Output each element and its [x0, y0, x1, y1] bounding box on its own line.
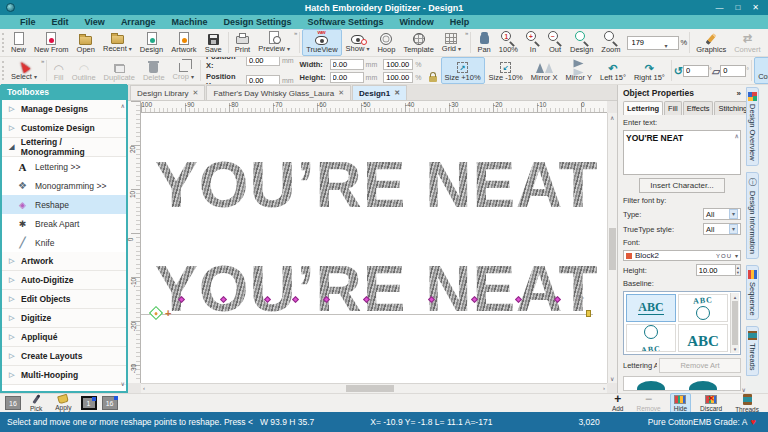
baseline-scrollbar[interactable]: ▴ ▾ — [730, 293, 739, 352]
tab-close-icon[interactable]: ✕ — [193, 89, 199, 97]
pan-button[interactable]: Pan — [473, 29, 494, 56]
discard-unused-button[interactable]: ✕Discard — [696, 393, 726, 414]
recent-button[interactable]: Recent ▾ — [99, 29, 136, 56]
menu-edit[interactable]: Edit — [44, 17, 77, 27]
restore-button[interactable]: □ — [735, 3, 740, 12]
lettering-art-option[interactable] — [678, 379, 728, 391]
baseline-end-marker[interactable]: ▷ — [578, 293, 584, 302]
graphics-button[interactable]: Graphics — [692, 29, 730, 56]
height-spinner[interactable]: ▴▾ — [736, 264, 741, 276]
tab-design-library[interactable]: Design Library✕ — [130, 85, 205, 100]
hide-unused-button[interactable]: Hide — [670, 393, 691, 414]
mirror-y-button[interactable]: Mirror Y — [561, 57, 596, 84]
open-button[interactable]: Open — [73, 29, 99, 56]
size-down-button[interactable]: ↙Size -10% — [485, 57, 527, 84]
print-button[interactable]: Print — [231, 29, 254, 56]
zoom-in-button[interactable]: +In — [522, 29, 544, 56]
font-select[interactable]: Block2 YOU ▾ — [623, 250, 741, 261]
new-button[interactable]: New — [7, 29, 30, 56]
horizontal-scrollbar[interactable]: ‹ › — [141, 383, 607, 393]
baseline-scroll-thumb[interactable] — [732, 301, 738, 344]
type-select[interactable]: All▾ — [703, 208, 741, 220]
toolbox-manage-designs[interactable]: ▷Manage Designs — [2, 100, 126, 119]
hoop-button[interactable]: Hoop — [373, 29, 399, 56]
thread-color-swatch-back[interactable]: 16 — [5, 396, 21, 410]
truetype-style-select[interactable]: All▾ — [703, 223, 741, 235]
height-input[interactable] — [330, 72, 364, 83]
panel-expand-icon[interactable]: » — [737, 89, 741, 98]
add-color-button[interactable]: +Add — [608, 392, 628, 414]
tab-lettering[interactable]: Lettering — [623, 101, 663, 115]
tab-fathers-day-whisky-glass[interactable]: Father's Day Whisky Glass_Laura✕ — [206, 85, 351, 100]
rotate-left-15-button[interactable]: ↶Left 15° — [596, 57, 630, 84]
toolbox-multi-hooping[interactable]: ▷Multi-Hooping — [2, 366, 126, 385]
toolbox-lettering-monogramming[interactable]: ◢Lettering / Monogramming — [2, 138, 126, 157]
width-input[interactable] — [330, 59, 364, 70]
toolbox-auto-digitize[interactable]: ▷Auto-Digitize — [2, 271, 126, 290]
textarea-scroll-up[interactable]: ∧ — [735, 132, 739, 139]
baseline-end-handle[interactable] — [586, 310, 591, 317]
grid-dropdown-icon[interactable]: ▾ — [458, 46, 461, 52]
menu-window[interactable]: Window — [391, 17, 441, 27]
lettering-art-option[interactable] — [626, 379, 676, 391]
baseline-option-circle-monogram[interactable]: ABC — [626, 324, 676, 352]
save-button[interactable]: Save — [201, 29, 226, 56]
baseline-option-arch[interactable]: ABC — [678, 294, 728, 322]
embroidery-text-row2[interactable]: YOU’RE NEAT — [155, 257, 599, 321]
scroll-up-arrow[interactable]: ∧ — [610, 114, 614, 121]
select-button[interactable]: Select ▾ — [7, 57, 41, 84]
toolbox-artwork[interactable]: ▷Artwork — [2, 252, 126, 271]
rotate-right-15-button[interactable]: ↷Right 15° — [630, 57, 669, 84]
lettering-height-input[interactable] — [696, 264, 736, 276]
menu-help[interactable]: Help — [442, 17, 478, 27]
size-up-button[interactable]: ↗Size +10% — [441, 57, 485, 84]
tab-close-icon[interactable]: ✕ — [394, 89, 400, 97]
toolbox-customize-design[interactable]: ▷Customize Design — [2, 119, 126, 138]
insert-artwork-button[interactable]: Artwork — [167, 29, 200, 56]
truetype-dropdown-icon[interactable]: ▾ — [729, 224, 738, 234]
preview-button[interactable]: Preview ▾ — [254, 29, 294, 56]
tool-knife[interactable]: ╱Knife — [2, 233, 126, 252]
position-x-input[interactable] — [246, 57, 280, 66]
toolbox-create-layouts[interactable]: ▷Create Layouts — [2, 347, 126, 366]
zoom-design-button[interactable]: Design — [566, 29, 597, 56]
show-dropdown-icon[interactable]: ▾ — [366, 46, 369, 52]
skew-angle-input[interactable] — [720, 65, 746, 77]
embroidery-text-row1[interactable]: YOU’RE NEAT — [155, 153, 599, 217]
tab-threads[interactable]: Threads — [746, 326, 759, 376]
grid-button[interactable]: Grid ▾ — [438, 29, 465, 56]
toolboxes-scroll-down[interactable]: ∨ — [121, 380, 125, 387]
toolbar-overflow-icon[interactable]: » — [465, 30, 468, 36]
show-button[interactable]: Show ▾ — [342, 29, 374, 56]
type-dropdown-icon[interactable]: ▾ — [729, 209, 738, 219]
scroll-down-arrow[interactable]: ∨ — [610, 375, 614, 382]
tab-design-information[interactable]: ⓘDesign Information — [746, 172, 759, 259]
baseline-scroll-up[interactable]: ▴ — [734, 294, 737, 300]
zoom-100-button[interactable]: 1100% — [495, 29, 522, 56]
tab-effects[interactable]: Effects — [683, 101, 714, 115]
toolbar-overflow-icon[interactable]: » — [294, 30, 297, 36]
tool-break-apart[interactable]: ✱Break Apart — [2, 214, 126, 233]
vertical-scrollbar[interactable]: ∧ ∨ — [607, 113, 617, 383]
tool-monogramming[interactable]: ❖Monogramming >> — [2, 176, 126, 195]
scale-x-input[interactable] — [383, 59, 413, 70]
zoom-level-dropdown-icon[interactable]: ▾ — [665, 42, 668, 49]
pick-color-button[interactable]: Pick — [26, 392, 46, 414]
scale-y-input[interactable] — [383, 72, 413, 83]
rotate-angle-input[interactable] — [683, 65, 709, 77]
new-from-button[interactable]: New From — [30, 29, 73, 56]
menu-design-settings[interactable]: Design Settings — [215, 17, 299, 27]
scroll-right-arrow[interactable]: › — [603, 385, 605, 391]
enter-text-input[interactable]: YOU'RE NEAT ∧ — [623, 130, 741, 175]
baseline-option-block[interactable]: ABC — [678, 324, 728, 352]
vertical-scroll-thumb[interactable] — [609, 228, 616, 270]
spinner-down-icon[interactable]: ▾ — [737, 270, 739, 275]
menu-file[interactable]: File — [12, 17, 44, 27]
tab-sequence[interactable]: Sequence — [746, 265, 759, 321]
corners-button[interactable]: ΛCorners ▾ — [754, 57, 768, 84]
close-button[interactable]: ✕ — [752, 3, 759, 12]
menu-view[interactable]: View — [77, 17, 113, 27]
menu-machine[interactable]: Machine — [163, 17, 215, 27]
insert-character-button[interactable]: Insert Character... — [639, 178, 725, 193]
toolboxes-scroll-up[interactable]: ∧ — [121, 102, 125, 109]
